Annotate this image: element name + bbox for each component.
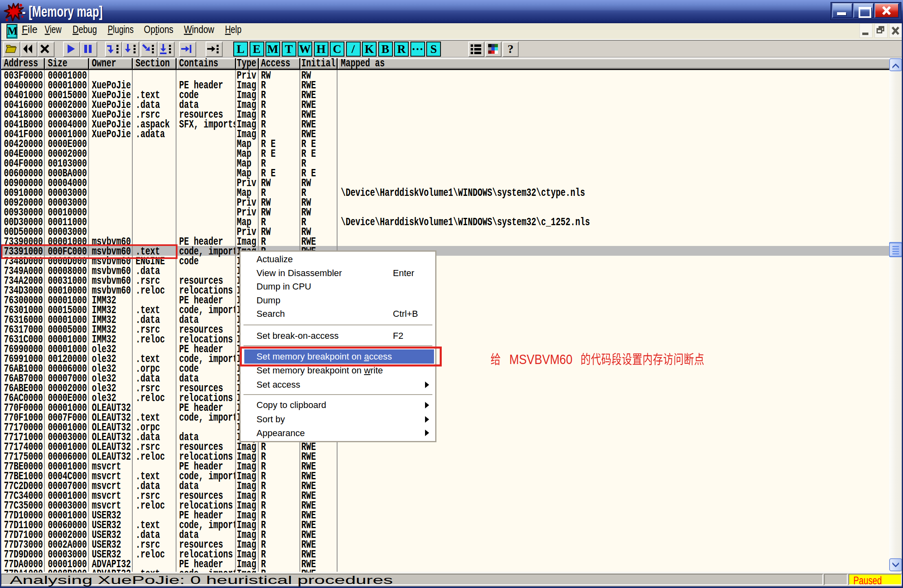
svg-text:\Device\HarddiskVolume1\WINDOW: \Device\HarddiskVolume1\WINDOWS\system32…: [341, 186, 585, 199]
svg-text:Options: Options: [144, 23, 173, 35]
svg-text:.reloc: .reloc: [136, 450, 165, 463]
svg-text:Type: Type: [237, 58, 256, 70]
svg-text:code: code: [179, 255, 199, 268]
svg-text:Owner: Owner: [92, 58, 116, 70]
svg-text:Window: Window: [184, 23, 215, 35]
svg-text:.reloc: .reloc: [136, 499, 165, 512]
svg-text:MSVBVM60: MSVBVM60: [509, 351, 572, 367]
svg-text:Debug: Debug: [72, 23, 97, 35]
svg-text:.reloc: .reloc: [136, 284, 165, 297]
svg-text:Access: Access: [261, 58, 290, 70]
svg-text:Size: Size: [48, 58, 68, 70]
svg-text:.reloc: .reloc: [136, 392, 165, 404]
svg-text:SFX, imports,: SFX, imports,: [179, 118, 243, 131]
svg-text:View: View: [45, 23, 61, 35]
svg-text:Help: Help: [225, 23, 241, 35]
svg-text:.adata: .adata: [136, 128, 165, 140]
svg-text:Initial: Initial: [301, 58, 335, 70]
svg-text:.reloc: .reloc: [136, 333, 165, 346]
svg-text:Contains: Contains: [179, 58, 218, 70]
svg-text:Paused: Paused: [853, 575, 882, 587]
svg-text:\Device\HarddiskVolume1\WINDOW: \Device\HarddiskVolume1\WINDOWS\system32…: [341, 216, 590, 228]
svg-text:XuePoJie: XuePoJie: [92, 128, 131, 140]
svg-text:File: File: [22, 23, 38, 35]
svg-text:Plugins: Plugins: [107, 23, 134, 35]
svg-text:Section: Section: [136, 58, 170, 70]
svg-text:code, imports: code, imports: [179, 411, 243, 424]
svg-text:.reloc: .reloc: [136, 548, 165, 561]
svg-text:Mapped as: Mapped as: [341, 58, 385, 70]
svg-text:- [Memory map]: - [Memory map]: [22, 3, 103, 20]
svg-text:Analysing XuePoJie: 0 heuristi: Analysing XuePoJie: 0 heuristical proced…: [10, 574, 393, 586]
svg-text:Address: Address: [4, 58, 38, 70]
